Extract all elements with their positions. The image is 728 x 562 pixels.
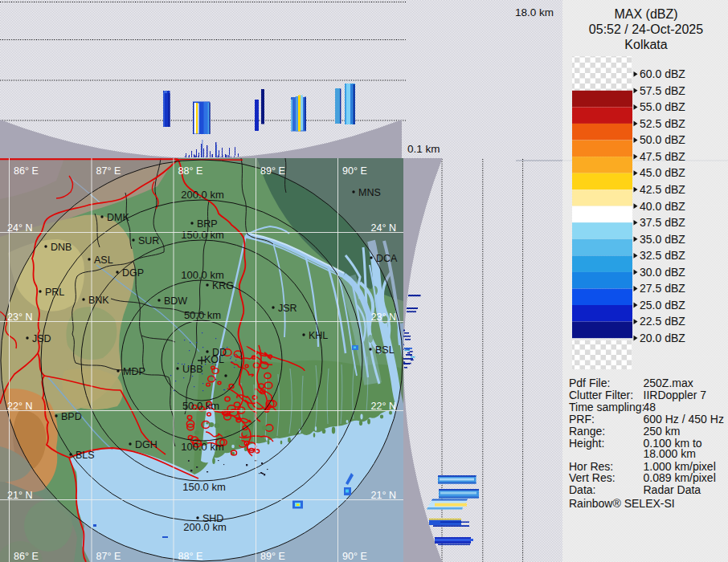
svg-text:250 km: 250 km <box>644 425 681 438</box>
svg-text:50.0 km: 50.0 km <box>182 400 219 412</box>
svg-text:88° E: 88° E <box>178 165 203 177</box>
svg-text:SHD: SHD <box>202 513 223 524</box>
svg-text:KRG: KRG <box>212 280 234 291</box>
svg-text:SUR: SUR <box>138 235 159 246</box>
svg-text:DNB: DNB <box>51 242 72 253</box>
svg-text:DGP: DGP <box>122 267 144 279</box>
svg-text:600 Hz / 450 Hz: 600 Hz / 450 Hz <box>644 413 724 426</box>
svg-text:21° N: 21° N <box>7 490 32 501</box>
svg-text:32.5 dBZ: 32.5 dBZ <box>640 249 685 262</box>
svg-text:KOL: KOL <box>204 354 224 365</box>
svg-text:18.0 km: 18.0 km <box>515 6 554 18</box>
svg-text:22° N: 22° N <box>371 401 396 412</box>
svg-text:100.0 km: 100.0 km <box>181 441 223 453</box>
svg-text:40.0 dBZ: 40.0 dBZ <box>640 200 685 213</box>
svg-text:200.0 km: 200.0 km <box>181 189 223 201</box>
svg-text:37.5 dBZ: 37.5 dBZ <box>640 216 685 229</box>
svg-text:21° N: 21° N <box>371 490 396 501</box>
svg-text:52.5 dBZ: 52.5 dBZ <box>640 117 685 130</box>
svg-text:UBB: UBB <box>182 364 203 375</box>
svg-text:DGH: DGH <box>135 439 157 450</box>
svg-text:Pdf File:: Pdf File: <box>569 377 610 389</box>
svg-text:MDP: MDP <box>123 366 145 377</box>
svg-text:BRP: BRP <box>197 218 218 230</box>
svg-text:0.1 km: 0.1 km <box>407 143 440 155</box>
svg-text:30.0 dBZ: 30.0 dBZ <box>640 266 685 279</box>
svg-text:Range:: Range: <box>569 425 605 438</box>
svg-text:Time sampling:: Time sampling: <box>569 401 644 413</box>
svg-text:35.0 dBZ: 35.0 dBZ <box>640 233 685 246</box>
svg-text:MNS: MNS <box>358 187 381 198</box>
svg-text:87° E: 87° E <box>96 165 121 177</box>
svg-text:88° E: 88° E <box>178 551 203 562</box>
svg-text:05:52 / 24-Oct-2025: 05:52 / 24-Oct-2025 <box>589 22 703 36</box>
svg-text:BLS: BLS <box>76 450 95 461</box>
svg-text:IIRDoppler 7: IIRDoppler 7 <box>644 389 707 401</box>
svg-text:89° E: 89° E <box>260 165 285 177</box>
svg-text:87° E: 87° E <box>96 551 121 562</box>
svg-text:BDW: BDW <box>164 295 187 307</box>
svg-text:27.5 dBZ: 27.5 dBZ <box>640 282 685 295</box>
svg-text:BSL: BSL <box>375 344 395 356</box>
svg-text:20.0 dBZ: 20.0 dBZ <box>640 332 685 344</box>
svg-text:50.0 km: 50.0 km <box>184 309 221 321</box>
svg-text:25.0 dBZ: 25.0 dBZ <box>640 299 685 312</box>
svg-text:57.5 dBZ: 57.5 dBZ <box>640 84 685 97</box>
svg-text:BNK: BNK <box>88 295 109 306</box>
svg-text:Data:: Data: <box>569 483 595 496</box>
svg-text:JSR: JSR <box>278 303 297 314</box>
svg-text:60.0 dBZ: 60.0 dBZ <box>640 67 685 80</box>
svg-text:Kolkata: Kolkata <box>624 38 667 51</box>
svg-text:89° E: 89° E <box>260 551 285 562</box>
svg-text:24° N: 24° N <box>7 222 32 234</box>
svg-text:PRL: PRL <box>45 287 64 298</box>
svg-text:24° N: 24° N <box>371 222 396 234</box>
svg-text:DMK: DMK <box>107 212 129 223</box>
svg-text:150.0 km: 150.0 km <box>181 229 223 241</box>
svg-text:22° N: 22° N <box>7 401 32 412</box>
svg-text:MAX (dBZ): MAX (dBZ) <box>614 7 677 21</box>
svg-text:86° E: 86° E <box>14 165 39 177</box>
svg-text:90° E: 90° E <box>342 551 367 562</box>
svg-text:22.5 dBZ: 22.5 dBZ <box>640 315 685 328</box>
svg-text:18.000 km: 18.000 km <box>644 447 696 460</box>
svg-text:Radar Data: Radar Data <box>644 483 701 496</box>
svg-text:55.0 dBZ: 55.0 dBZ <box>640 100 685 113</box>
svg-text:42.5 dBZ: 42.5 dBZ <box>640 183 685 196</box>
svg-text:Rainbow® SELEX-SI: Rainbow® SELEX-SI <box>569 497 675 510</box>
svg-text:KHL: KHL <box>309 330 328 341</box>
svg-text:ASL: ASL <box>94 255 113 266</box>
svg-text:47.5 dBZ: 47.5 dBZ <box>640 150 685 163</box>
svg-text:50.0 dBZ: 50.0 dBZ <box>640 133 685 146</box>
svg-text:PRF:: PRF: <box>569 413 595 426</box>
svg-text:JSD: JSD <box>32 333 51 344</box>
svg-text:48: 48 <box>644 401 656 413</box>
svg-text:23° N: 23° N <box>7 312 32 323</box>
svg-text:Height:: Height: <box>569 437 604 450</box>
svg-text:86° E: 86° E <box>14 551 39 562</box>
svg-text:DCA: DCA <box>376 253 398 264</box>
svg-text:BPD: BPD <box>61 411 82 422</box>
svg-text:150.0 km: 150.0 km <box>182 481 225 493</box>
svg-text:45.0 dBZ: 45.0 dBZ <box>640 166 685 179</box>
svg-text:Clutter Filter:: Clutter Filter: <box>569 389 633 401</box>
svg-text:23° N: 23° N <box>371 312 396 323</box>
svg-text:90° E: 90° E <box>342 165 367 177</box>
svg-text:250Z.max: 250Z.max <box>644 377 693 389</box>
